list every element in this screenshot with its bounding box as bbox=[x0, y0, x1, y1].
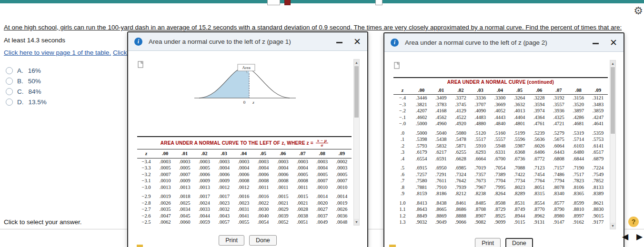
view-table-page1-link[interactable]: Click here to view page 1 of the table. bbox=[4, 49, 111, 56]
value-column-header: .03 bbox=[471, 86, 490, 95]
value-column-header: .07 bbox=[549, 86, 568, 95]
normal-table-page1: z.00.01.02.03.04.05.06.07.08.09−3.4.0003… bbox=[137, 149, 352, 226]
table-row: −.1.4602.4562.4522.4483.4443.4404.4364.4… bbox=[393, 114, 608, 121]
dialog-title: Area under a normal curve to the left of… bbox=[405, 39, 547, 46]
table-row: −.2.4207.4168.4129.4090.4052.4013.3974.3… bbox=[393, 108, 608, 114]
scroll-down-icon[interactable]: ▼ bbox=[354, 219, 359, 225]
option-letter: C. bbox=[17, 88, 24, 95]
option-value: 16% bbox=[28, 67, 41, 74]
table-row: 1.2.8849.8869.8888.8907.8925.8944.8962.8… bbox=[393, 213, 608, 219]
value-column-header: .00 bbox=[155, 149, 175, 158]
option-a[interactable]: A. 16% bbox=[6, 65, 47, 76]
option-c[interactable]: C. 84% bbox=[6, 86, 47, 97]
z-formula: x − μ σ bbox=[316, 138, 328, 148]
value-column-header: .01 bbox=[175, 149, 194, 158]
minimize-button[interactable] bbox=[335, 37, 344, 46]
done-button[interactable]: Done bbox=[249, 235, 277, 246]
option-d[interactable]: D. 13.5% bbox=[6, 97, 47, 107]
radio-button-c[interactable] bbox=[6, 88, 13, 95]
dialog-content: Area 0 z AREA UNDER A NORMAL CURVE TO TH… bbox=[136, 59, 353, 226]
table-page2-dialog: i Area under a normal curve to the left … bbox=[383, 32, 624, 247]
value-column-header: .04 bbox=[234, 149, 253, 158]
value-column-header: .06 bbox=[529, 86, 549, 95]
dialog-title: Area under a normal curve to the left of… bbox=[149, 38, 291, 45]
answer-options: A. 16% B. 50% C. 84% D. 13.5% bbox=[6, 65, 47, 107]
normal-curve-figure: Area 0 z bbox=[187, 61, 302, 108]
scroll-down-icon[interactable]: ▼ bbox=[610, 223, 615, 229]
dialog-scroll-area: Area 0 z AREA UNDER A NORMAL CURVE TO TH… bbox=[136, 59, 360, 226]
axis-z-label: z bbox=[252, 100, 254, 105]
table-row: .0.5000.5040.5080.5120.5160.5199.5239.52… bbox=[393, 130, 608, 137]
table-row: .7.7580.7611.7642.7673.7704.7734.7764.77… bbox=[393, 178, 608, 184]
area-label: Area bbox=[242, 65, 251, 70]
top-toolbar-strip bbox=[0, 0, 644, 3]
table-row: .4.6554.6591.6628.6664.6700.6736.6772.68… bbox=[393, 156, 608, 162]
minimize-button[interactable] bbox=[592, 38, 600, 47]
table-row: −3.0.0013.0013.0013.0012.0012.0011.0011.… bbox=[137, 184, 352, 191]
value-column-header: .03 bbox=[214, 149, 234, 158]
table-row: −2.7.0035.0034.0033.0032.0031.0030.0029.… bbox=[137, 206, 352, 213]
scrollbar[interactable]: ▲ ▼ bbox=[610, 60, 616, 229]
table-row: 1.3.9032.9049.9066.9082.9099.9115.9131.9… bbox=[393, 219, 608, 226]
scrollbar-thumb[interactable] bbox=[354, 66, 359, 118]
table-links: Click here to view page 1 of the table. … bbox=[4, 49, 141, 56]
option-value: 13.5% bbox=[29, 99, 47, 106]
table-title: AREA UNDER A NORMAL CURVE (continued) bbox=[393, 77, 608, 86]
table-row: .5.6915.6950.6985.7019.7054.7088.7123.71… bbox=[393, 165, 608, 171]
scroll-up-icon[interactable]: ▲ bbox=[610, 60, 615, 67]
dialog-header[interactable]: i Area under a normal curve to the left … bbox=[128, 32, 367, 51]
z-column-header: z bbox=[393, 86, 412, 95]
radio-button-b[interactable] bbox=[6, 78, 13, 85]
dialog-header[interactable]: i Area under a normal curve to the left … bbox=[384, 33, 624, 52]
radio-button-a[interactable] bbox=[6, 67, 13, 74]
next-page-arrow[interactable]: ▶ bbox=[636, 232, 643, 242]
help-button[interactable]: ? bbox=[628, 217, 639, 227]
dialog-scroll-area: AREA UNDER A NORMAL CURVE (continued) z.… bbox=[392, 60, 616, 229]
print-button[interactable]: Print bbox=[219, 235, 244, 246]
cut-off-button-fragment bbox=[137, 245, 143, 247]
previous-page-arrow[interactable]: ◀ bbox=[622, 232, 628, 242]
table-row: −3.1.0010.0009.0009.0009.0008.0008.0008.… bbox=[137, 178, 352, 184]
option-letter: D. bbox=[17, 99, 24, 106]
close-icon[interactable]: ✕ bbox=[610, 38, 617, 47]
value-column-header: .04 bbox=[490, 86, 510, 95]
table-row: −2.9.0019.0018.0017.0017.0016.0016.0015.… bbox=[137, 193, 352, 200]
table-row: 1.0.8413.8438.8461.8485.8508.8531.8554.8… bbox=[393, 200, 608, 207]
print-button[interactable]: Print bbox=[475, 238, 501, 247]
option-b[interactable]: B. 50% bbox=[6, 76, 47, 86]
table-row: .6.7257.7291.7324.7357.7389.7422.7454.74… bbox=[393, 171, 608, 178]
value-column-header: .09 bbox=[588, 86, 608, 95]
gear-icon[interactable]: ⚙ bbox=[634, 5, 643, 17]
value-column-header: .06 bbox=[273, 149, 292, 158]
table-title: AREA UNDER A NORMAL CURVE TO THE LEFT OF… bbox=[137, 136, 352, 149]
value-column-header: .05 bbox=[510, 86, 529, 95]
close-icon[interactable]: ✕ bbox=[353, 37, 361, 46]
value-column-header: .08 bbox=[312, 149, 332, 158]
table-row: −.3.3821.3783.3745.3707.3669.3632.3594.3… bbox=[393, 101, 608, 108]
scroll-up-icon[interactable]: ▲ bbox=[354, 59, 359, 66]
question-text: At one high school, girls can run the 10… bbox=[4, 24, 622, 31]
z-column-header: z bbox=[137, 149, 155, 158]
table-row: .1.5398.5438.5478.5517.5557.5596.5636.56… bbox=[393, 136, 608, 143]
table-row: .8.7881.7910.7939.7967.7995.8023.8051.80… bbox=[393, 184, 608, 191]
table-row: .2.5793.5832.5871.5910.5948.5987.6026.60… bbox=[393, 143, 608, 149]
value-column-header: .00 bbox=[412, 86, 431, 95]
table-row: .3.6179.6217.6255.6293.6331.6368.6406.64… bbox=[393, 149, 608, 156]
scrollbar-thumb[interactable] bbox=[611, 67, 615, 134]
page-icon bbox=[138, 61, 144, 68]
scrollbar[interactable]: ▲ ▼ bbox=[353, 59, 360, 226]
value-column-header: .09 bbox=[332, 149, 352, 158]
toolbar-fragment bbox=[267, 0, 280, 5]
done-button[interactable]: Done bbox=[505, 238, 533, 247]
radio-button-d[interactable] bbox=[6, 99, 13, 106]
table-row: −.4.3446.3409.3372.3336.3300.3264.3228.3… bbox=[393, 95, 608, 101]
table-row: −3.3.0005.0005.0005.0004.0004.0004.0004.… bbox=[137, 165, 352, 171]
table-row: −2.5.0062.0060.0059.0057.0055.0054.0052.… bbox=[137, 219, 352, 226]
option-value: 84% bbox=[29, 88, 41, 95]
option-value: 50% bbox=[28, 78, 41, 85]
value-column-header: .07 bbox=[292, 149, 312, 158]
table-row: 1.1.8643.8665.8686.8708.8729.8749.8770.8… bbox=[393, 206, 608, 213]
value-column-header: .01 bbox=[431, 86, 451, 95]
value-column-header: .05 bbox=[253, 149, 273, 158]
table-row: −.0.5000.4960.4920.4880.4840.4801.4761.4… bbox=[393, 120, 608, 127]
